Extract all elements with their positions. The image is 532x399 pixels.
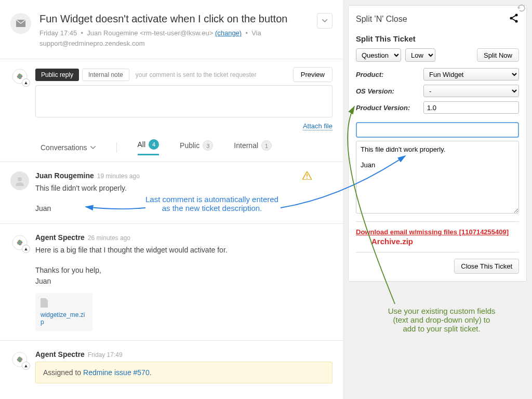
refresh-icon[interactable] xyxy=(517,4,526,14)
conversation-entry: ▲ Agent SpectreFriday 17:49 Assigned to … xyxy=(0,340,343,393)
assignment-notice: Assigned to Redmine issue #570. xyxy=(35,362,332,383)
compose-textarea[interactable] xyxy=(35,85,332,117)
ticket-actions-dropdown[interactable] xyxy=(317,13,332,29)
attachment-name: Archive.zip xyxy=(371,237,519,246)
mail-icon xyxy=(10,13,31,34)
ticket-meta: Friday 17:45 • Juan Rougemine <rm-test-u… xyxy=(39,28,317,48)
product-select[interactable]: Fun Widget xyxy=(423,68,519,81)
priority-select[interactable]: Low xyxy=(405,48,435,62)
subject-input[interactable] xyxy=(356,122,519,138)
conversations-dropdown[interactable]: Conversations xyxy=(41,143,96,152)
compose-hint: your comment is sent to the ticket reque… xyxy=(136,71,257,78)
svg-line-20 xyxy=(511,18,516,21)
share-icon[interactable] xyxy=(509,13,519,25)
svg-line-19 xyxy=(511,15,516,18)
svg-point-5 xyxy=(18,177,22,181)
current-agent-avatar: ▲ xyxy=(10,67,29,86)
os-version-select[interactable]: - xyxy=(423,85,519,97)
filter-all[interactable]: All4 xyxy=(138,139,159,155)
chevron-down-icon xyxy=(322,19,327,22)
ticket-title: Fun Widget doesn't activate when I click… xyxy=(39,13,317,25)
internal-note-tab[interactable]: Internal note xyxy=(82,69,129,81)
attach-file-link[interactable]: Attach file xyxy=(303,122,332,130)
split-now-button[interactable]: Split Now xyxy=(477,48,519,62)
file-attachment[interactable]: widgetize_me.zip xyxy=(35,293,92,331)
ticket-type-select[interactable]: Question xyxy=(356,48,401,62)
download-email-link[interactable]: Download email w/missing files [11071425… xyxy=(356,228,519,236)
close-ticket-button[interactable]: Close This Ticket xyxy=(454,259,519,274)
redmine-issue-link[interactable]: Redmine issue #570 xyxy=(83,368,150,377)
agent-badge-icon: ▲ xyxy=(22,78,30,87)
product-version-input[interactable] xyxy=(423,101,519,114)
public-reply-tab[interactable]: Public reply xyxy=(35,69,79,81)
annotation-green: Use your existing custom fields (text an… xyxy=(364,307,520,333)
svg-point-7 xyxy=(307,178,308,179)
conversation-entry: ▲ Agent Spectre26 minutes ago Here is a … xyxy=(0,223,343,340)
warning-icon xyxy=(302,171,312,181)
conversation-entry: Juan Rougemine19 minutes ago This file d… xyxy=(0,162,343,223)
filter-public[interactable]: Public3 xyxy=(180,140,213,155)
description-textarea[interactable]: This file didn't work properly. Juan xyxy=(356,141,519,214)
preview-button[interactable]: Preview xyxy=(293,67,332,82)
chevron-down-icon xyxy=(90,146,96,149)
change-requester-link[interactable]: (change) xyxy=(215,29,242,37)
file-icon xyxy=(41,298,48,308)
section-title: Split This Ticket xyxy=(356,34,519,43)
panel-title: Split 'N' Close xyxy=(356,15,407,24)
user-avatar xyxy=(10,171,29,190)
filter-internal[interactable]: Internal1 xyxy=(234,140,272,155)
